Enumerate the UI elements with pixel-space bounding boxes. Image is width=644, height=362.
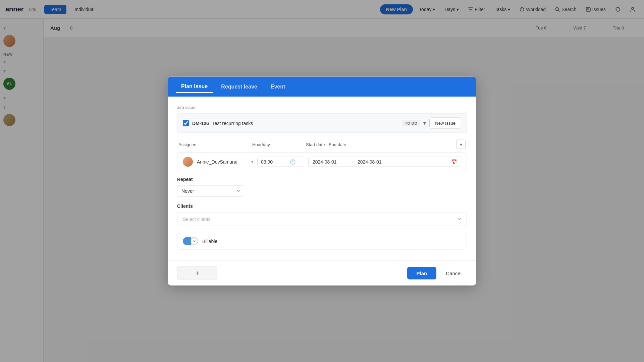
issue-id: DM-126 [192,120,209,126]
hours-input[interactable] [261,159,288,165]
expand-button[interactable]: ▾ [456,140,466,149]
issue-checkbox[interactable] [183,120,189,126]
toggle-knob: ✕ [191,238,197,244]
issue-dropdown-button[interactable]: ▾ [423,120,426,126]
hours-field: 🕐 [257,157,304,167]
cancel-button[interactable]: Cancel [440,267,467,279]
modal-tabs-header: Plan Issue Request leave Event [168,77,476,97]
th-dates: Start date - End date [306,142,453,147]
new-issue-button[interactable]: New Issue [429,118,461,129]
th-hours: Hour/day [252,142,306,147]
repeat-select[interactable]: Never Daily Weekly Monthly [177,185,244,197]
tab-request-leave[interactable]: Request leave [216,81,263,93]
table-header: Assignee Hour/day Start date - End date … [177,140,467,153]
th-assignee: Assignee [178,142,252,147]
billable-label: Billable [202,239,217,244]
jira-section-label: Jira issue [177,105,467,110]
issue-row: DM-126 Test recurring tasks TO DO ▾ New … [177,113,467,133]
modal-body: Jira issue DM-126 Test recurring tasks T… [168,97,476,260]
billable-row: ✕ Billable [177,233,467,250]
clock-icon: 🕐 [290,159,296,165]
toggle-track[interactable]: ✕ [183,237,198,245]
add-row-button[interactable]: + [177,266,217,280]
assignee-avatar [183,157,193,167]
dates-field: → 📅 [308,157,461,167]
tab-plan-issue[interactable]: Plan Issue [176,80,213,93]
issue-status-badge: TO DO [402,120,420,126]
clients-select[interactable]: Select clients [177,212,467,226]
clients-section-label: Clients [177,203,467,209]
start-date-input[interactable] [313,159,346,165]
issue-title: Test recurring tasks [212,120,399,126]
modal-footer: + Plan Cancel [168,260,476,286]
plan-button[interactable]: Plan [407,267,437,279]
assignee-row: Annie_DevSamurai ▾ 🕐 → 📅 [177,153,467,171]
tab-event[interactable]: Event [265,81,291,93]
repeat-section-label: Repeat [177,177,467,182]
assignee-chevron-icon: ▾ [251,160,253,164]
assignee-name[interactable]: Annie_DevSamurai [197,159,247,165]
date-arrow-icon: → [350,159,354,165]
plan-issue-modal: Plan Issue Request leave Event Jira issu… [168,77,476,286]
end-date-input[interactable] [358,159,391,165]
toggle-x-icon: ✕ [193,239,196,243]
repeat-row: Never Daily Weekly Monthly [177,185,467,197]
calendar-icon[interactable]: 📅 [451,159,457,165]
billable-toggle[interactable]: ✕ [183,237,198,245]
